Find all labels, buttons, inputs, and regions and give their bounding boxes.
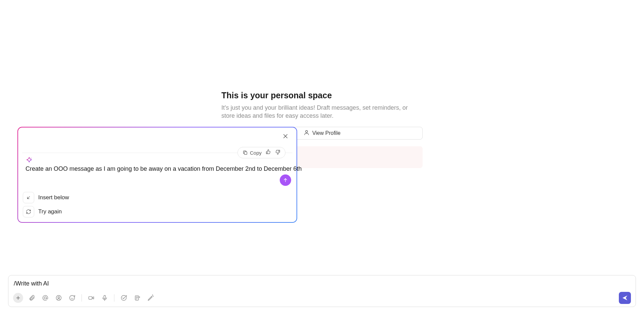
ai-write-button[interactable] xyxy=(146,293,155,303)
svg-point-10 xyxy=(56,296,61,301)
svg-point-12 xyxy=(70,296,75,301)
welcome-title: This is your personal space xyxy=(221,91,423,100)
welcome-subtitle: It's just you and your brilliant ideas! … xyxy=(221,104,423,120)
microphone-button[interactable] xyxy=(100,293,109,303)
send-button[interactable] xyxy=(619,292,631,304)
svg-point-0 xyxy=(306,131,308,133)
ai-submit-button[interactable] xyxy=(280,174,291,186)
copy-button[interactable]: Copy xyxy=(243,150,262,156)
document-button[interactable] xyxy=(132,293,142,303)
profile-icon xyxy=(304,129,310,137)
attach-file-button[interactable] xyxy=(27,293,37,303)
svg-line-6 xyxy=(28,197,30,199)
composer-input[interactable]: /Write with AI xyxy=(13,279,631,292)
task-button[interactable] xyxy=(119,293,128,303)
svg-point-21 xyxy=(121,296,126,301)
svg-rect-17 xyxy=(89,297,92,299)
video-button[interactable] xyxy=(87,293,96,303)
composer-toolbar xyxy=(13,292,631,304)
thumbs-down-button[interactable] xyxy=(275,149,280,156)
add-button[interactable] xyxy=(13,293,23,303)
try-again-icon xyxy=(23,206,34,217)
toolbar-separator xyxy=(114,294,114,302)
message-composer[interactable]: /Write with AI xyxy=(8,275,636,307)
ai-compose-popover: Copy Create an OOO message as I am going… xyxy=(17,127,297,223)
emoji-button[interactable] xyxy=(67,293,77,303)
insert-below-label: Insert below xyxy=(38,194,69,201)
svg-marker-18 xyxy=(92,297,94,299)
ai-sparkle-icon xyxy=(25,157,33,164)
svg-point-4 xyxy=(31,158,31,158)
try-again-button[interactable]: Try again xyxy=(23,206,69,217)
feedback-toolbar: Copy xyxy=(237,147,285,158)
svg-point-9 xyxy=(44,297,47,299)
svg-point-11 xyxy=(58,297,60,298)
ai-prompt-input[interactable]: Create an OOO message as I am going to b… xyxy=(25,165,302,172)
toolbar-separator xyxy=(82,294,82,302)
view-profile-label: View Profile xyxy=(312,130,340,136)
try-again-label: Try again xyxy=(38,208,62,215)
mention-button[interactable] xyxy=(41,293,50,303)
svg-rect-19 xyxy=(104,296,106,299)
copy-label: Copy xyxy=(250,150,262,156)
close-button[interactable] xyxy=(282,133,290,141)
mention-person-button[interactable] xyxy=(54,293,63,303)
thumbs-up-button[interactable] xyxy=(266,149,271,156)
insert-below-icon xyxy=(23,192,34,203)
svg-rect-3 xyxy=(244,152,247,154)
insert-below-button[interactable]: Insert below xyxy=(23,192,69,203)
